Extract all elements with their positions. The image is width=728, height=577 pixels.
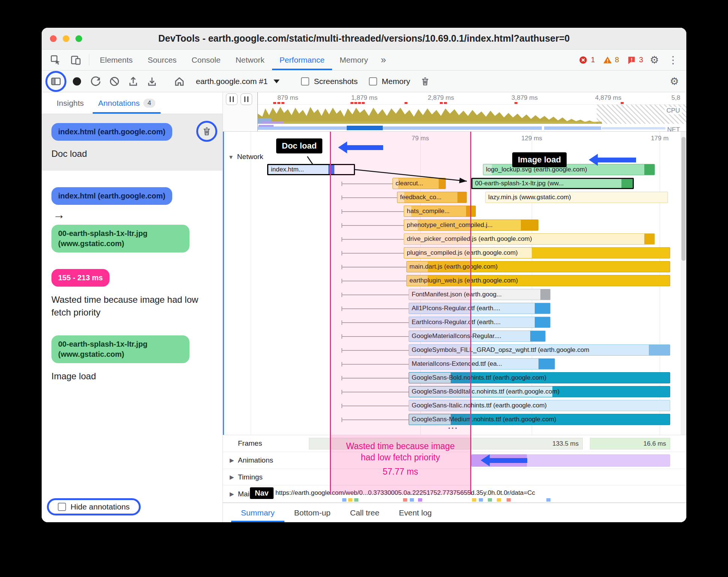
zoom-window-handle[interactable] xyxy=(226,93,238,105)
zoom-window-handle[interactable] xyxy=(241,93,252,105)
network-request-bar[interactable]: phenotype_client_compiled.j... xyxy=(404,219,538,231)
profile-select[interactable]: earth.google.com #1 xyxy=(190,76,286,86)
screenshots-checkbox[interactable]: Screenshots xyxy=(296,77,362,86)
timings-track[interactable]: ▶ Timings xyxy=(223,469,686,485)
device-toolbar-icon[interactable] xyxy=(66,50,86,70)
issues-badge[interactable]: 3 xyxy=(627,55,643,65)
collect-garbage-icon[interactable] xyxy=(417,73,433,90)
network-request-bar[interactable]: GoogleSymbols_FILL_GRAD_opsz_wght.ttf (e… xyxy=(409,344,670,356)
annotation-entry-time-range[interactable]: 155 - 213 ms Wasted time because image h… xyxy=(51,269,213,319)
annotation-entry-link[interactable]: index.html (earth.google.com) → 00-earth… xyxy=(51,187,213,252)
request-whisker xyxy=(341,419,409,420)
toggle-sidebar-button[interactable] xyxy=(48,73,64,90)
frame-block[interactable]: 16.6 ms xyxy=(590,438,670,449)
doc-load-annotation-label[interactable]: Doc load xyxy=(276,138,322,153)
annotation-entry-image-load[interactable]: 00-earth-splash-1x-ltr.jpg (www.gstatic.… xyxy=(51,335,213,383)
tab-sources[interactable]: Sources xyxy=(140,50,184,70)
timeline-overview[interactable]: 879 ms1,879 ms2,879 ms3,879 ms4,879 ms5,… xyxy=(223,92,686,132)
main-thread-track[interactable]: ▶ Main Nav https://earth.google.com/web/… xyxy=(223,485,686,502)
network-request-bar[interactable]: All1PIcons-Regular.otf (earth.... xyxy=(409,303,551,314)
expand-triangle-icon[interactable]: ▶ xyxy=(230,491,234,497)
frames-track[interactable]: Frames 133.5 ms16.6 ms xyxy=(223,435,686,452)
capture-settings-gear-icon[interactable]: ⚙ xyxy=(666,73,683,90)
network-request-bar[interactable]: GoogleSans-BoldItalic.nohints.ttf (earth… xyxy=(409,386,670,397)
clear-recording-button[interactable] xyxy=(106,73,123,90)
network-request-bar[interactable]: clearcut... xyxy=(393,178,446,189)
network-request-bar[interactable]: GoogleSans-Bold.nohints.ttf (earth.googl… xyxy=(409,372,670,383)
home-button[interactable] xyxy=(171,73,188,90)
tab-console[interactable]: Console xyxy=(184,50,228,70)
annotation-pill-splash-image[interactable]: 00-earth-splash-1x-ltr.jpg (www.gstatic.… xyxy=(51,335,190,363)
memory-checkbox[interactable]: Memory xyxy=(364,77,415,86)
record-icon xyxy=(73,77,81,86)
fullscreen-button[interactable] xyxy=(75,35,82,42)
time-range-pill[interactable]: 155 - 213 ms xyxy=(51,269,110,287)
network-request-bar[interactable]: feedback_co... xyxy=(397,192,467,203)
network-request-bar[interactable]: EarthIcons-Regular.otf (earth.... xyxy=(409,317,551,328)
tab-summary[interactable]: Summary xyxy=(231,503,284,522)
record-button[interactable] xyxy=(69,73,85,90)
scrollbar-thumb[interactable] xyxy=(681,137,686,261)
delete-annotation-button[interactable] xyxy=(199,123,215,140)
flame-ruler-label: 179 m xyxy=(651,135,668,142)
network-request-bar[interactable]: index.htm... xyxy=(267,164,355,175)
network-request-bar[interactable]: main.dart.js (earth.google.com) xyxy=(406,261,670,272)
checkbox-box[interactable] xyxy=(369,77,377,86)
network-request-bar[interactable]: GoogleSans-Italic.nohints.ttf (earth.goo… xyxy=(409,400,670,411)
network-request-bar[interactable]: 00-earth-splash-1x-ltr.jpg (ww... xyxy=(471,178,634,189)
vertical-scrollbar[interactable] xyxy=(681,132,686,435)
checkbox-box[interactable] xyxy=(301,77,309,86)
expand-triangle-icon[interactable]: ▶ xyxy=(230,474,234,481)
minimize-button[interactable] xyxy=(63,35,69,42)
tab-performance[interactable]: Performance xyxy=(272,50,332,70)
reload-and-record-button[interactable] xyxy=(87,73,104,90)
warning-badge[interactable]: 8 xyxy=(603,55,619,65)
tab-annotations[interactable]: Annotations 4 xyxy=(93,92,160,114)
network-request-bar[interactable]: lazy.min.js (www.gstatic.com) xyxy=(485,192,668,203)
tab-elements[interactable]: Elements xyxy=(92,50,140,70)
tab-memory[interactable]: Memory xyxy=(332,50,376,70)
more-tabs-chevron[interactable]: » xyxy=(376,50,391,70)
network-request-bar[interactable]: hats_compile... xyxy=(404,206,476,217)
upload-profile-button[interactable] xyxy=(125,73,141,90)
nav-annotation-label[interactable]: Nav xyxy=(250,487,274,499)
network-track-header[interactable]: ▼ Network xyxy=(228,153,263,161)
kebab-menu-icon[interactable]: ⋮ xyxy=(663,50,683,70)
network-request-bar[interactable]: drive_picker_compiled.js (earth.google.c… xyxy=(404,233,655,245)
network-request-bar[interactable]: FontManifest.json (earth.goog... xyxy=(409,289,551,300)
download-profile-button[interactable] xyxy=(144,73,160,90)
tab-insights[interactable]: Insights xyxy=(51,92,89,114)
network-request-bar[interactable]: GoogleMaterialIcons-Regular.... xyxy=(409,331,546,342)
long-task-mark xyxy=(354,102,357,104)
tab-bottom-up[interactable]: Bottom-up xyxy=(284,503,340,522)
tab-call-tree[interactable]: Call tree xyxy=(340,503,389,522)
tab-event-log[interactable]: Event log xyxy=(389,503,442,522)
animations-track[interactable]: ▶ Animations xyxy=(223,452,686,469)
annotation-pill-index-html[interactable]: index.html (earth.google.com) xyxy=(51,187,172,205)
collapse-triangle-icon[interactable]: ▼ xyxy=(228,154,234,160)
checkbox-box[interactable] xyxy=(58,503,66,511)
link-arrow-icon: → xyxy=(53,208,213,222)
annotation-entry-doc-load[interactable]: index.html (earth.google.com) Doc load xyxy=(42,114,223,171)
hide-annotations-checkbox[interactable]: Hide annotations xyxy=(53,502,134,511)
inspect-element-icon[interactable] xyxy=(45,50,66,70)
network-request-bar[interactable]: earthplugin_web.js (earth.google.com) xyxy=(406,275,670,286)
annotation-pill-index-html[interactable]: index.html (earth.google.com) xyxy=(51,123,172,141)
settings-gear-icon[interactable]: ⚙ xyxy=(645,50,663,70)
expand-triangle-icon[interactable]: ▶ xyxy=(230,457,234,464)
minimap-ruler-label: 2,879 ms xyxy=(428,94,454,102)
tab-network[interactable]: Network xyxy=(228,50,272,70)
request-whisker xyxy=(341,267,406,267)
performance-toolbar: earth.google.com #1 Screenshots Memory ⚙ xyxy=(42,71,686,92)
network-request-bar[interactable]: MaterialIcons-Extended.ttf (ea... xyxy=(409,358,555,370)
close-button[interactable] xyxy=(50,35,57,42)
annotation-pill-splash-image[interactable]: 00-earth-splash-1x-ltr.jpg (www.gstatic.… xyxy=(51,225,190,252)
network-request-bar[interactable]: plugins_compiled.js (earth.google.com) xyxy=(404,247,670,258)
overflow-ellipsis[interactable]: ... xyxy=(448,421,458,431)
image-load-annotation-label[interactable]: Image load xyxy=(512,152,567,167)
network-request-bar[interactable]: logo_lockup.svg (earth.google.com) xyxy=(483,164,655,175)
error-badge[interactable]: 1 xyxy=(578,55,595,65)
flame-speck xyxy=(497,498,501,502)
frame-block[interactable]: 133.5 ms xyxy=(309,438,583,449)
network-track[interactable]: ▼ Network index.htm...logo_lockup.svg (e… xyxy=(223,132,686,435)
